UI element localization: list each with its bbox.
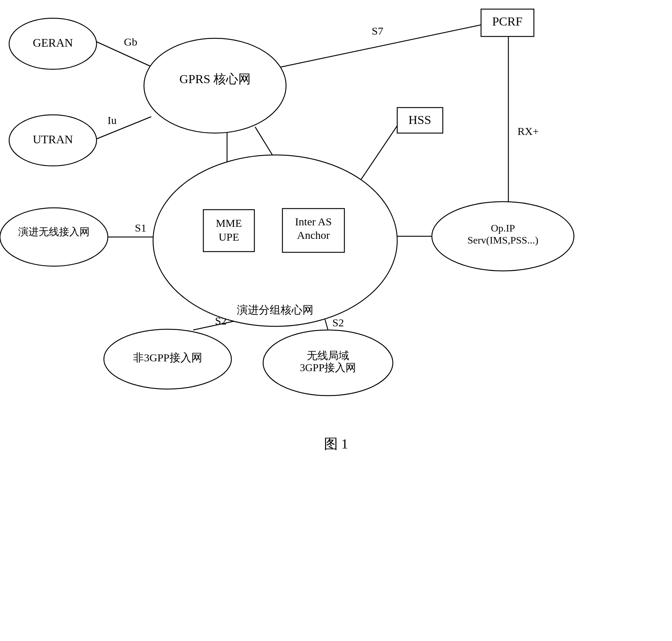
upe-label: UPE — [219, 231, 239, 243]
utran-label: UTRAN — [33, 133, 73, 146]
non3gpp-label: 非3GPP接入网 — [133, 351, 202, 364]
evolved-core-label: 演进分组核心网 — [237, 304, 313, 316]
op-ip-label1: Op.IP — [491, 222, 515, 234]
label-s1: S1 — [135, 222, 146, 234]
figure-caption: 图 1 — [324, 436, 348, 451]
evolved-access-label: 演进无线接入网 — [18, 226, 90, 237]
wlan3gpp-label1: 无线局域 — [307, 350, 349, 361]
diagram-container: Gb Iu S7 RX+ S3 S4 S1 Gi S2 S2 — [0, 0, 672, 641]
geran-label: GERAN — [33, 36, 73, 49]
gprs-node — [144, 38, 286, 133]
gprs-label: GPRS 核心网 — [179, 72, 251, 86]
label-gb: Gb — [124, 36, 137, 48]
hss-label: HSS — [409, 113, 431, 127]
wlan3gpp-label2: 3GPP接入网 — [300, 362, 356, 373]
label-iu: Iu — [108, 114, 117, 126]
inter-as-label2: Anchor — [297, 229, 330, 241]
inter-as-label1: Inter AS — [295, 215, 332, 228]
label-rx: RX+ — [517, 125, 539, 137]
label-s7: S7 — [372, 25, 383, 37]
label-s2-right: S2 — [332, 316, 344, 329]
evolved-core-node — [153, 155, 397, 326]
pcrf-label: PCRF — [492, 15, 522, 28]
mme-label: MME — [216, 217, 242, 229]
op-ip-label2: Serv(IMS,PSS...) — [468, 234, 538, 246]
